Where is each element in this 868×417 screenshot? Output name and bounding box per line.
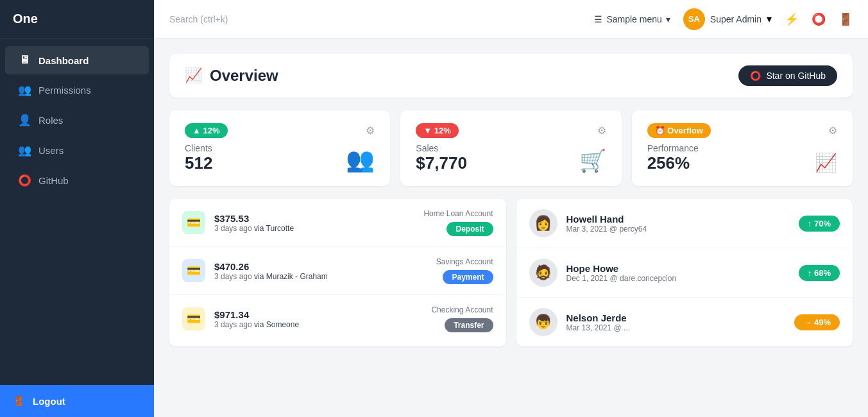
perf-card-bottom: Performance 256% 📈 — [647, 143, 837, 173]
user-name-1: Howell Hand — [566, 214, 790, 225]
github-topbar-icon[interactable]: ⭕ — [812, 12, 826, 26]
chevron-down-icon: ▾ — [666, 14, 670, 24]
txn-amount-3: $971.34 — [214, 309, 422, 320]
logout-icon: 🚪 — [13, 395, 25, 407]
trend-icon: 📈 — [185, 67, 202, 84]
transaction-row: 💳 $971.34 3 days ago via Someone Checkin… — [169, 295, 506, 343]
menu-lines-icon: ☰ — [594, 14, 602, 24]
txn-sub-1: 3 days ago via Turcotte — [214, 224, 414, 233]
github-star-icon: ⭕ — [750, 71, 761, 81]
clients-card-top: ▲ 12% ⚙ — [185, 123, 375, 138]
txn-age-1: 3 days ago — [214, 224, 252, 233]
user-info-3: Nelson Jerde Mar 13, 2021 @ ... — [566, 312, 786, 332]
sidebar-item-roles[interactable]: 👤 Roles — [5, 106, 149, 135]
sales-icon: 🛒 — [579, 148, 606, 173]
user-date-2: Dec 1, 2021 @ dare.concepcion — [566, 274, 790, 283]
stats-row: ▲ 12% ⚙ Clients 512 👥 ▼ 12% ⚙ — [169, 110, 853, 186]
sidebar-item-users[interactable]: 👥 Users — [5, 136, 149, 165]
txn-account-2: Savings Account — [436, 257, 493, 266]
user-row: 👦 Nelson Jerde Mar 13, 2021 @ ... → 49% — [516, 298, 853, 346]
txn-amount-2: $470.26 — [214, 261, 427, 272]
sales-card-top: ▼ 12% ⚙ — [416, 123, 606, 138]
users-icon: 👥 — [18, 144, 31, 157]
sample-menu-label: Sample menu — [606, 14, 661, 24]
user-menu[interactable]: SA Super Admin ▾ — [683, 8, 772, 30]
user-avatar-3: 👦 — [529, 308, 557, 336]
user-percent-1: ↑ 70% — [799, 216, 840, 232]
sidebar-item-label: Users — [38, 145, 64, 156]
sidebar: One 🖥 Dashboard 👥 Permissions 👤 Roles 👥 … — [0, 0, 154, 417]
overview-header: 📈 Overview ⭕ Star on GitHub — [169, 54, 853, 98]
txn-badge-1: Deposit — [447, 222, 493, 236]
sample-menu-button[interactable]: ☰ Sample menu ▾ — [594, 14, 670, 24]
txn-age-3: 3 days ago — [214, 320, 252, 329]
user-percent-2: ↑ 68% — [799, 265, 840, 281]
user-info-2: Hope Howe Dec 1, 2021 @ dare.concepcion — [566, 263, 790, 283]
perf-badge: ⏰ Overflow — [647, 123, 711, 138]
txn-info-3: $971.34 3 days ago via Someone — [214, 309, 422, 329]
sidebar-item-dashboard[interactable]: 🖥 Dashboard — [5, 46, 149, 74]
sidebar-item-permissions[interactable]: 👥 Permissions — [5, 76, 149, 105]
txn-badge-3: Transfer — [445, 318, 493, 332]
clients-icon: 👥 — [346, 146, 375, 173]
user-name-label: Super Admin — [710, 14, 762, 24]
user-row: 🧔 Hope Howe Dec 1, 2021 @ dare.concepcio… — [516, 248, 853, 298]
txn-info-2: $470.26 3 days ago via Murazik - Graham — [214, 261, 427, 281]
user-date-1: Mar 3, 2021 @ percy64 — [566, 225, 790, 234]
transaction-row: 💳 $470.26 3 days ago via Murazik - Graha… — [169, 247, 506, 295]
github-icon: ⭕ — [18, 174, 31, 187]
perf-gear-icon[interactable]: ⚙ — [828, 124, 837, 137]
overview-title: 📈 Overview — [185, 67, 278, 85]
txn-right-3: Checking Account Transfer — [431, 305, 493, 332]
clients-stat-card: ▲ 12% ⚙ Clients 512 👥 — [169, 110, 390, 186]
txn-account-3: Checking Account — [431, 305, 493, 314]
txn-icon-2: 💳 — [182, 259, 205, 282]
logout-label: Logout — [33, 396, 65, 407]
perf-label: Performance — [647, 143, 699, 153]
search-input[interactable]: Search (ctrl+k) — [169, 14, 584, 24]
github-star-button[interactable]: ⭕ Star on GitHub — [738, 65, 837, 86]
sidebar-item-label: Permissions — [38, 85, 91, 96]
sales-badge: ▼ 12% — [416, 123, 459, 138]
sidebar-item-label: Dashboard — [38, 55, 89, 66]
performance-stat-card: ⏰ Overflow ⚙ Performance 256% 📈 — [632, 110, 853, 186]
wifi-off-icon[interactable]: ⚡ — [785, 12, 799, 26]
clients-value: 512 — [185, 153, 212, 173]
user-chevron-icon: ▾ — [767, 13, 772, 25]
roles-icon: 👤 — [18, 114, 31, 127]
logout-button[interactable]: 🚪 Logout — [0, 385, 154, 417]
perf-value: 256% — [647, 153, 699, 173]
perf-card-top: ⏰ Overflow ⚙ — [647, 123, 837, 138]
transaction-row: 💳 $375.53 3 days ago via Turcotte Home L… — [169, 199, 506, 247]
txn-info-1: $375.53 3 days ago via Turcotte — [214, 213, 414, 233]
permissions-icon: 👥 — [18, 83, 31, 97]
user-name-2: Hope Howe — [566, 263, 790, 274]
sidebar-item-github[interactable]: ⭕ GitHub — [5, 166, 149, 195]
dashboard-icon: 🖥 — [18, 54, 31, 67]
topbar-right: ☰ Sample menu ▾ SA Super Admin ▾ ⚡ ⭕ 🚪 — [594, 8, 853, 30]
topbar: Search (ctrl+k) ☰ Sample menu ▾ SA Super… — [154, 0, 868, 38]
overview-title-text: Overview — [210, 67, 278, 85]
txn-icon-1: 💳 — [182, 211, 205, 234]
txn-sub-2: 3 days ago via Murazik - Graham — [214, 272, 427, 281]
perf-icon: 📈 — [815, 152, 837, 173]
clients-card-bottom: Clients 512 👥 — [185, 143, 375, 173]
sales-gear-icon[interactable]: ⚙ — [597, 124, 606, 137]
txn-via-1: via Turcotte — [254, 224, 294, 233]
github-star-label: Star on GitHub — [766, 71, 826, 81]
user-info-1: Howell Hand Mar 3, 2021 @ percy64 — [566, 214, 790, 234]
sidebar-item-label: Roles — [38, 115, 63, 126]
sidebar-nav: 🖥 Dashboard 👥 Permissions 👤 Roles 👥 User… — [0, 38, 154, 385]
sidebar-item-label: GitHub — [38, 175, 69, 186]
txn-right-1: Home Loan Account Deposit — [423, 209, 493, 236]
page-content: 📈 Overview ⭕ Star on GitHub ▲ 12% ⚙ Clie… — [154, 38, 868, 417]
sales-card-bottom: Sales $7,770 🛒 — [416, 143, 606, 173]
txn-via-3: via Someone — [254, 320, 299, 329]
sales-label: Sales — [416, 143, 467, 153]
app-logo: One — [0, 0, 154, 38]
clients-gear-icon[interactable]: ⚙ — [366, 124, 375, 137]
txn-sub-3: 3 days ago via Someone — [214, 320, 422, 329]
logout-topbar-icon[interactable]: 🚪 — [838, 12, 853, 26]
txn-amount-1: $375.53 — [214, 213, 414, 224]
txn-badge-2: Payment — [443, 270, 493, 284]
